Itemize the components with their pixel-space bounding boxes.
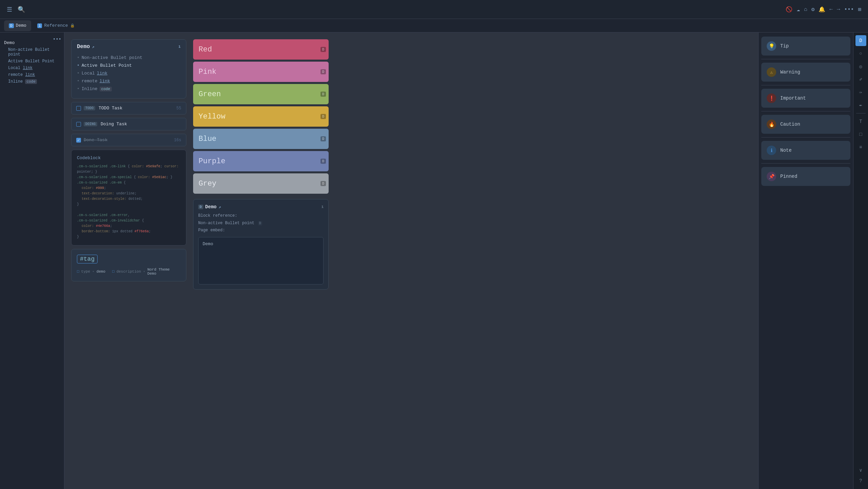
callout-warning[interactable]: ⚠ Warning: [761, 63, 850, 82]
outline-item-nonactive[interactable]: Non-active Bullet point: [3, 46, 61, 58]
toolbar-back-icon[interactable]: ←: [829, 6, 833, 13]
strip-icon-active[interactable]: D: [855, 35, 866, 46]
task-doing-badge: DOING: [84, 122, 97, 126]
task-doing-checkbox[interactable]: [76, 122, 81, 127]
task-todo-badge: TODO: [84, 106, 95, 110]
toolbar-mute-icon[interactable]: 🚫: [786, 6, 792, 13]
divider-3: [761, 111, 850, 111]
strip-icon-text[interactable]: T: [855, 116, 866, 127]
code-line-12: border-bottom: 1px dotted #f76e6a;: [77, 229, 181, 234]
codeblock-section: Codeblock .cm-s-solarized .cm-link { col…: [71, 150, 186, 246]
task-todo-text: TODO Task: [99, 106, 122, 111]
callout-caution-label: Caution: [780, 122, 800, 127]
strip-icon-lines[interactable]: ≡: [855, 142, 866, 153]
toolbar-layout-icon[interactable]: ⊞: [858, 6, 861, 13]
callout-caution[interactable]: 🔥 Caution: [761, 115, 850, 134]
strip-help[interactable]: ?: [855, 475, 866, 486]
strip-icon-brush[interactable]: ✒: [855, 100, 866, 110]
outline-tree: Demo Non-active Bullet point Active Bull…: [3, 37, 61, 85]
outline-item-inline[interactable]: Inline code: [3, 78, 61, 85]
remote-link[interactable]: link: [25, 72, 35, 77]
strip-icon-pen[interactable]: ✑: [855, 87, 866, 98]
outline-item-locallink[interactable]: Local link: [3, 65, 61, 71]
strip-icon-square[interactable]: □: [855, 129, 866, 140]
strip-icon-edit[interactable]: ✐: [855, 74, 866, 85]
strip-scroll-down[interactable]: ∨: [855, 465, 866, 475]
tag-meta-desc: □ description • Nord Theme Demo: [112, 268, 181, 276]
demo-remote-link[interactable]: link: [100, 79, 110, 84]
nested-demo-title: Demo: [205, 204, 217, 210]
important-icon: ❗: [767, 93, 776, 103]
code-line-7: }: [77, 202, 181, 207]
task-done-checkbox[interactable]: ✓: [76, 138, 81, 143]
bullet-inline: •: [77, 86, 80, 91]
demo-item-active: • Active Bullet Point: [77, 62, 181, 69]
callout-note[interactable]: ℹ Note: [761, 141, 850, 160]
bullet-remote: •: [77, 79, 80, 84]
code-content: .cm-s-solarized .cm-link { color: #5e9af…: [77, 164, 181, 240]
demo-item-text-active: Active Bullet Point: [82, 63, 132, 68]
toolbar-settings-icon[interactable]: ⚙: [811, 6, 815, 13]
tip-icon: 💡: [767, 41, 776, 51]
callout-tip-label: Tip: [780, 43, 789, 49]
tag-type-val: demo: [97, 270, 105, 274]
code-line-11: color: #4e766a;: [77, 224, 181, 229]
color-block-grey: Grey D: [193, 173, 329, 194]
bullet-local: •: [77, 71, 80, 76]
callout-note-label: Note: [780, 148, 792, 153]
demo-block: Demo ↗ 1 • Non-active Bullet point •: [71, 39, 186, 99]
demo-item-inline-text: Inline: [82, 86, 98, 91]
callout-important[interactable]: ❗ Important: [761, 89, 850, 108]
tag-type-sep: •: [92, 270, 95, 274]
main-area: ••• Demo Non-active Bullet point Active …: [0, 33, 868, 489]
demo-item-inline: • Inline code: [77, 85, 181, 93]
tab-demo[interactable]: D Demo: [4, 20, 31, 31]
task-todo-checkbox[interactable]: [76, 106, 81, 111]
tag-type-icon: □: [77, 270, 79, 274]
bullet-active: •: [77, 63, 80, 68]
color-label-red: Red: [199, 45, 212, 54]
caution-icon: 🔥: [767, 120, 776, 129]
color-block-red: Red D: [193, 39, 329, 60]
strip-icon-circle[interactable]: ○: [855, 48, 866, 59]
menu-icon[interactable]: ☰: [7, 6, 12, 13]
nested-embed-title: Demo: [203, 241, 319, 247]
strip-footer: ∨ ?: [855, 465, 866, 486]
toolbar-cloud-icon[interactable]: ☁: [797, 6, 800, 13]
nested-demo-arrow[interactable]: ↗: [219, 205, 221, 210]
search-icon[interactable]: 🔍: [18, 6, 25, 13]
color-label-blue: Blue: [199, 135, 216, 143]
strip-icon-target[interactable]: ◎: [855, 61, 866, 72]
code-line-6: text-decoration-style: dotted;: [77, 196, 181, 202]
toolbar-bell-icon[interactable]: 🔔: [819, 6, 825, 13]
toolbar-home-icon[interactable]: ⌂: [804, 6, 807, 13]
code-line-10: .cm-s-solarized .cm-invalidchar {: [77, 218, 181, 224]
tag-meta-type: □ type • demo: [77, 268, 105, 276]
content-grid: Demo ↗ 1 • Non-active Bullet point •: [71, 39, 751, 290]
color-label-grey: Grey: [199, 179, 216, 188]
outline-item-active[interactable]: Active Bullet Point: [3, 58, 61, 65]
demo-block-arrow[interactable]: ↗: [92, 44, 94, 49]
tab-reference-label: Reference: [44, 23, 68, 28]
tag-desc-val: Nord Theme Demo: [147, 268, 181, 276]
toolbar-more-icon[interactable]: •••: [844, 6, 854, 13]
local-link[interactable]: link: [23, 66, 33, 70]
demo-item-text-nonactive: Non-active Bullet point: [82, 55, 142, 60]
demo-local-link[interactable]: link: [97, 71, 107, 76]
toolbar-forward-icon[interactable]: →: [837, 6, 840, 13]
code-line-13: }: [77, 234, 181, 240]
color-block-green: Green D: [193, 84, 329, 104]
color-block-blue: Blue D: [193, 129, 329, 149]
callout-tip[interactable]: 💡 Tip: [761, 37, 850, 56]
divider-5: [761, 163, 850, 164]
sidebar-more-button[interactable]: •••: [53, 37, 61, 42]
demo-items: • Non-active Bullet point • Active Bulle…: [71, 52, 186, 98]
code-line-4: color: #999;: [77, 186, 181, 191]
callout-important-label: Important: [780, 95, 806, 101]
callout-pinned[interactable]: 📌 Pinned: [761, 167, 850, 186]
outline-item-remotelink[interactable]: remote link: [3, 71, 61, 78]
strip-divider: [856, 113, 866, 113]
tabs-bar: D Demo 1 Reference 🔒: [0, 19, 868, 33]
tab-reference[interactable]: 1 Reference 🔒: [33, 20, 80, 31]
color-badge-purple: D: [321, 159, 326, 164]
